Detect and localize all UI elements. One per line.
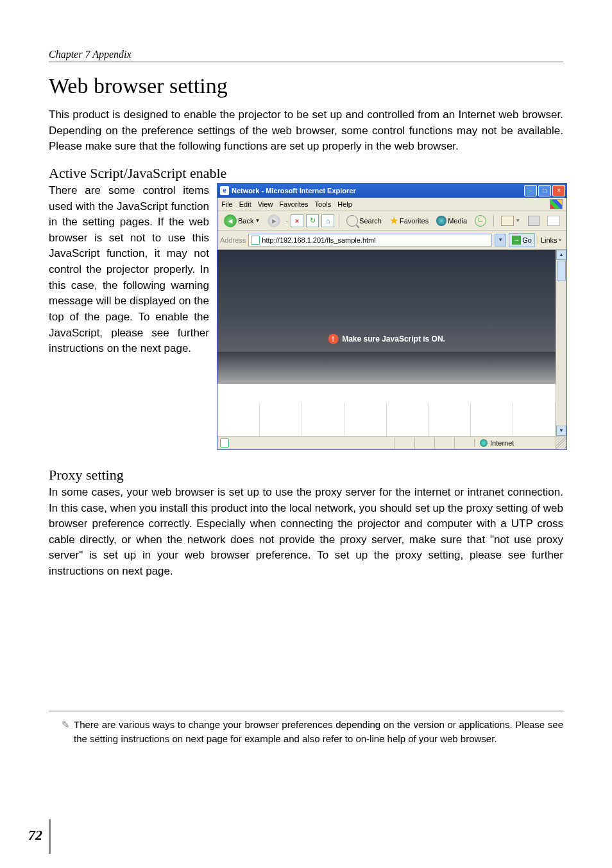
media-button[interactable]: Media [434, 214, 470, 227]
chevron-down-icon: ▼ [255, 218, 260, 223]
go-arrow-icon: → [512, 236, 521, 245]
ie-screenshot: e Network - Microsoft Internet Explorer … [217, 183, 567, 450]
favorites-label: Favorites [400, 217, 429, 225]
refresh-button[interactable]: ↻ [306, 214, 319, 227]
menu-favorites[interactable]: Favorites [279, 200, 308, 208]
warning-icon: ! [328, 334, 338, 344]
ie-logo-icon: e [220, 186, 229, 195]
media-label: Media [448, 217, 467, 225]
stop-button[interactable]: × [291, 214, 303, 227]
edit-icon [547, 216, 560, 226]
resize-grip-icon[interactable] [556, 437, 566, 449]
windows-flag-icon [550, 199, 563, 209]
scroll-thumb[interactable] [557, 261, 566, 281]
search-label: Search [359, 217, 382, 225]
intro-paragraph: This product is designed to enable the p… [49, 107, 563, 155]
ie-window-title: Network - Microsoft Internet Explorer [232, 187, 356, 195]
close-button[interactable]: × [552, 185, 565, 196]
section-body-js: There are some control items used with t… [49, 183, 209, 357]
js-warning-message: ! Make sure JavaScript is ON. [328, 334, 445, 344]
scroll-up-icon[interactable]: ▲ [556, 250, 566, 260]
vertical-scrollbar[interactable]: ▲ ▼ [556, 250, 566, 436]
toolbar-separator-2 [493, 214, 494, 227]
ie-menubar: File Edit View Favorites Tools Help [217, 198, 566, 211]
separator-dash: - [285, 217, 288, 225]
links-chevron-icon: » [559, 237, 561, 243]
home-button[interactable]: ⌂ [321, 214, 334, 227]
page-number: 72 [28, 827, 42, 844]
globe-icon [480, 439, 488, 447]
ie-titlebar: e Network - Microsoft Internet Explorer … [217, 184, 566, 198]
status-page-icon [220, 438, 229, 447]
edit-button[interactable] [545, 214, 563, 227]
star-icon: ★ [389, 214, 398, 227]
menu-edit[interactable]: Edit [239, 200, 251, 208]
section-heading-js: Active Script/JavaScript enable [49, 165, 563, 182]
address-dropdown[interactable]: ▼ [495, 234, 506, 247]
links-label: Links [541, 236, 557, 244]
footer-rule [49, 711, 563, 711]
ie-address-bar: Address http://192.168.1.201/fls_sample.… [217, 231, 566, 250]
media-icon [436, 216, 446, 226]
page-icon [251, 236, 260, 245]
history-icon [475, 215, 486, 227]
back-button[interactable]: ◄ Back ▼ [221, 213, 262, 229]
links-button[interactable]: Links » [538, 236, 564, 244]
chapter-header: Chapter 7 Appendix [49, 49, 563, 62]
mail-icon [501, 216, 514, 226]
ie-toolbar: ◄ Back ▼ ► - × ↻ ⌂ Search ★ Favori [217, 211, 566, 231]
forward-arrow-icon: ► [268, 214, 280, 227]
print-button[interactable] [525, 214, 542, 227]
security-zone: Internet [474, 439, 556, 447]
minimize-button[interactable]: – [524, 185, 537, 196]
address-label: Address [220, 236, 246, 244]
history-button[interactable] [472, 214, 489, 228]
chevron-down-icon: ▼ [515, 218, 520, 223]
search-icon [346, 215, 358, 227]
favorites-button[interactable]: ★ Favorites [387, 213, 431, 228]
maximize-button[interactable]: □ [538, 185, 551, 196]
menu-file[interactable]: File [221, 200, 233, 208]
address-field[interactable]: http://192.168.1.201/fls_sample.html [248, 234, 492, 247]
note-icon: ✎ [62, 718, 70, 746]
js-warning-text: Make sure JavaScript is ON. [342, 334, 445, 343]
section-body-proxy: In some cases, your web browser is set u… [49, 485, 563, 580]
page-number-bar [49, 819, 51, 854]
toolbar-separator [339, 214, 339, 227]
forward-button[interactable]: ► [265, 213, 283, 229]
status-cells [395, 437, 474, 449]
menu-view[interactable]: View [258, 200, 273, 208]
content-dividers [217, 403, 556, 436]
mail-button[interactable]: ▼ [498, 214, 523, 227]
page-title: Web browser setting [49, 74, 563, 98]
ie-statusbar: Internet [217, 436, 566, 449]
back-label: Back [238, 217, 253, 225]
address-value: http://192.168.1.201/fls_sample.html [262, 236, 375, 244]
menu-help[interactable]: Help [337, 200, 352, 208]
section-heading-proxy: Proxy setting [49, 467, 563, 483]
go-button[interactable]: → Go [509, 233, 535, 247]
footnote: ✎ There are various ways to change your … [62, 718, 563, 746]
zone-label: Internet [490, 439, 514, 447]
footnote-text: There are various ways to change your br… [74, 718, 563, 746]
menu-tools[interactable]: Tools [315, 200, 332, 208]
back-arrow-icon: ◄ [224, 214, 237, 227]
go-label: Go [522, 236, 532, 244]
print-icon [528, 216, 540, 226]
ie-content-area: ! Make sure JavaScript is ON. [217, 250, 556, 436]
scroll-down-icon[interactable]: ▼ [556, 426, 566, 436]
search-button[interactable]: Search [344, 214, 384, 228]
